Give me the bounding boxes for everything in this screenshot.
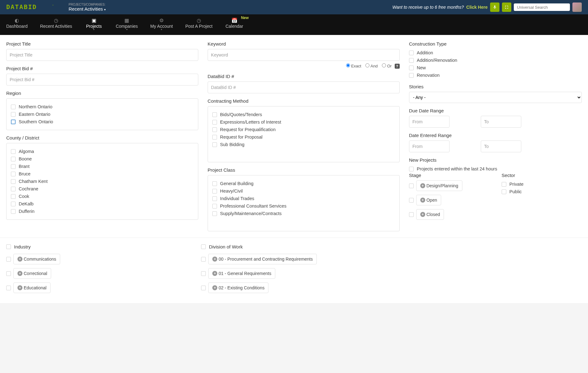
contracting-item-label[interactable]: Request for Proposal (220, 135, 263, 140)
county-item-label[interactable]: Brant (19, 164, 30, 169)
class-checkbox[interactable] (212, 181, 217, 186)
industry-checkbox[interactable] (6, 257, 11, 262)
newproj-checkbox[interactable] (409, 167, 414, 171)
region-checkbox[interactable] (11, 112, 16, 117)
ctype-checkbox[interactable] (409, 66, 414, 70)
county-item-label[interactable]: Dufferin (19, 209, 35, 214)
county-item-label[interactable]: DeKalb (19, 201, 34, 206)
division-checkbox[interactable] (201, 257, 206, 262)
due-to-input[interactable] (481, 116, 521, 128)
region-item-label[interactable]: Eastern Ontario (19, 112, 51, 117)
class-checkbox[interactable] (212, 196, 217, 201)
keyword-input[interactable] (208, 49, 400, 61)
ctype-item-label[interactable]: Addition/Renovation (417, 58, 457, 63)
region-item-label[interactable]: Southern Ontario (19, 119, 53, 124)
division-button[interactable]: +00 - Procurement and Contracting Requir… (208, 254, 317, 264)
ctype-checkbox[interactable] (409, 73, 414, 78)
division-button[interactable]: +02 - Existing Conditions (208, 282, 268, 293)
county-item-label[interactable]: Algoma (19, 149, 34, 154)
nav-companies[interactable]: ▦ Companies ▾ (109, 14, 144, 35)
county-item-label[interactable]: Bruce (19, 171, 31, 176)
region-item-label[interactable]: Northern Ontario (19, 104, 52, 109)
region-checkbox[interactable] (11, 120, 16, 124)
industry-button[interactable]: +Educational (13, 282, 51, 293)
county-item-label[interactable]: Cook (19, 194, 29, 199)
class-checkbox[interactable] (212, 204, 217, 209)
entered-to-input[interactable] (481, 140, 521, 152)
county-item-label[interactable]: Boone (19, 156, 32, 161)
sector-checkbox[interactable] (502, 182, 506, 187)
contracting-checkbox[interactable] (212, 142, 217, 147)
nav-dashboard[interactable]: ◐ Dashboard (0, 14, 34, 35)
ctype-checkbox[interactable] (409, 58, 414, 63)
ctype-item-label[interactable]: New (417, 65, 426, 70)
stage-checkbox[interactable] (409, 198, 414, 203)
contracting-item-label[interactable]: Request for Prequalification (220, 127, 276, 132)
ctype-item-label[interactable]: Renovation (417, 73, 440, 78)
nav-post[interactable]: ◷ Post A Project (179, 14, 219, 35)
class-checkbox[interactable] (212, 189, 217, 194)
entered-from-input[interactable] (409, 140, 450, 152)
stage-checkbox[interactable] (409, 212, 414, 217)
nav-projects[interactable]: ▣ Projects ▾ (78, 14, 109, 35)
newproj-item-label[interactable]: Projects entered within the last 24 hour… (417, 166, 497, 171)
fullscreen-button[interactable] (502, 2, 511, 12)
county-checkbox[interactable] (11, 194, 16, 199)
stage-button[interactable]: +Open (416, 195, 441, 205)
sector-item-label[interactable]: Private (509, 182, 523, 187)
stage-checkbox[interactable] (409, 184, 414, 188)
nav-calendar[interactable]: New 📅 Calendar (219, 14, 250, 35)
due-from-input[interactable] (409, 116, 450, 128)
stories-select[interactable]: - Any - (409, 92, 582, 103)
contracting-checkbox[interactable] (212, 127, 217, 132)
project-bid-input[interactable] (6, 74, 198, 86)
radio-or[interactable]: Or (382, 64, 392, 68)
help-icon[interactable]: ? (395, 64, 400, 69)
ctype-item-label[interactable]: Addition (417, 50, 433, 55)
county-checkbox[interactable] (11, 149, 16, 154)
logo[interactable]: DATABID ™ (6, 4, 56, 11)
search-input[interactable] (517, 5, 569, 10)
contracting-item-label[interactable]: Bids/Quotes/Tenders (220, 112, 262, 117)
region-checkbox[interactable] (11, 105, 16, 109)
stage-button[interactable]: +Design/Planning (416, 180, 462, 191)
class-item-label[interactable]: Heavy/Civil (220, 189, 243, 194)
mic-button[interactable] (490, 2, 499, 12)
sector-item-label[interactable]: Public (509, 189, 522, 194)
project-title-input[interactable] (6, 49, 198, 61)
class-item-label[interactable]: General Building (220, 181, 253, 186)
county-item-label[interactable]: Cochrane (19, 186, 38, 191)
class-item-label[interactable]: Individual Trades (220, 196, 254, 201)
ctype-checkbox[interactable] (409, 51, 414, 55)
contracting-checkbox[interactable] (212, 120, 217, 125)
industry-checkbox[interactable] (6, 286, 11, 290)
county-checkbox[interactable] (11, 209, 16, 214)
radio-and[interactable]: And (365, 64, 378, 68)
nav-recent[interactable]: ◷ Recent Activities (34, 14, 79, 35)
industry-all-checkbox[interactable] (6, 244, 11, 249)
county-item-label[interactable]: Chatham Kent (19, 179, 48, 184)
division-checkbox[interactable] (201, 286, 206, 290)
county-checkbox[interactable] (11, 172, 16, 176)
contracting-item-label[interactable]: Expressions/Letters of Interest (220, 120, 281, 125)
class-checkbox[interactable] (212, 211, 217, 216)
nav-account[interactable]: ⚙ My Account ▾ (144, 14, 179, 35)
county-checkbox[interactable] (11, 179, 16, 184)
stage-button[interactable]: +Closed (416, 209, 444, 220)
industry-button[interactable]: +Communications (13, 254, 60, 264)
class-item-label[interactable]: Professional Consultant Services (220, 204, 287, 209)
division-checkbox[interactable] (201, 271, 206, 276)
industry-button[interactable]: +Correctional (13, 268, 51, 279)
radio-exact[interactable]: Exact (346, 64, 361, 68)
industry-checkbox[interactable] (6, 271, 11, 276)
header-context[interactable]: PROJECTS/COMPANIES: Recent Activities ▾ (69, 3, 106, 12)
county-checkbox[interactable] (11, 157, 16, 161)
promo-link[interactable]: Click Here (466, 5, 488, 10)
county-checkbox[interactable] (11, 187, 16, 191)
contracting-checkbox[interactable] (212, 135, 217, 140)
databid-input[interactable] (208, 81, 400, 93)
contracting-checkbox[interactable] (212, 112, 217, 117)
contracting-item-label[interactable]: Sub Bidding (220, 142, 244, 147)
division-all-checkbox[interactable] (201, 244, 206, 249)
sector-checkbox[interactable] (502, 189, 506, 194)
